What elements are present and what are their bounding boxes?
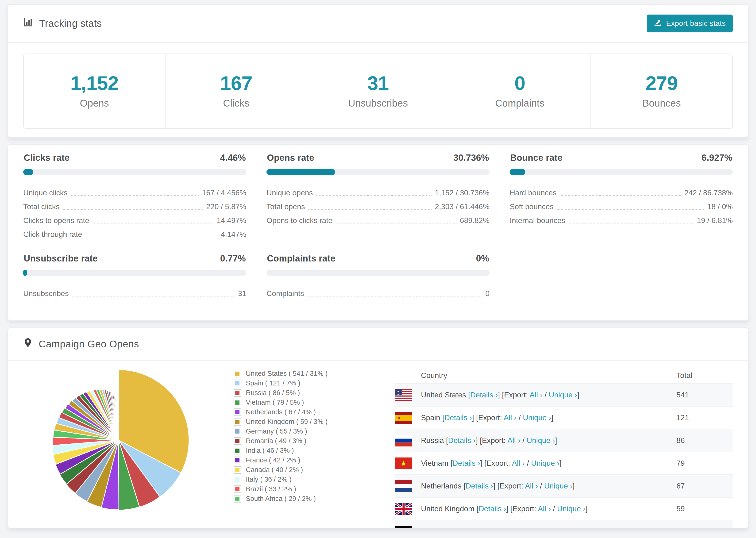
export-all-link[interactable]: All › [512, 459, 525, 467]
flag-de-icon [395, 526, 412, 529]
stat-value-complaints: 0 [514, 73, 525, 93]
export-all-link[interactable]: All › [529, 391, 542, 399]
bracket: [ [466, 391, 470, 399]
legend-item-south-africa[interactable]: South Africa ( 29 / 2% ) [234, 494, 395, 504]
legend-item-germany[interactable]: Germany ( 55 / 3% ) [234, 426, 395, 436]
country-name: Vietnam [421, 459, 449, 467]
bracket: ] [551, 413, 553, 422]
bracket: ] [560, 459, 562, 467]
bracket: [ [461, 482, 466, 490]
rate-title: Complaints rate [267, 253, 336, 264]
legend-item-italy[interactable]: Italy ( 36 / 2% ) [234, 475, 395, 484]
export-unique-link[interactable]: Unique › [531, 459, 560, 467]
dotted-leader [85, 237, 218, 237]
progress-bar-fill [510, 169, 525, 175]
rate-row: Unsubscribes31 [23, 285, 246, 298]
dotted-leader [71, 195, 199, 196]
legend-item-russia[interactable]: Russia ( 86 / 5% ) [234, 388, 395, 398]
stat-label-opens: Opens [80, 98, 109, 109]
export-unique-link[interactable]: Unique › [527, 436, 555, 445]
legend-item-canada[interactable]: Canada ( 40 / 2% ) [234, 465, 395, 475]
rate-row: Click through rate4.147% [23, 226, 246, 240]
geo-table-row-united-states: United States [Details ›] [Export: All ›… [395, 383, 733, 406]
progress-bar [510, 169, 733, 175]
progress-bar-fill [266, 169, 335, 175]
geo-table-row-netherlands: Netherlands [Details ›] [Export: All › /… [395, 474, 733, 497]
export-all-link[interactable]: All › [525, 482, 538, 490]
legend-swatch-icon [234, 408, 241, 416]
rate-head: Clicks rate4.46% [23, 153, 246, 163]
geo-country-cell: Russia [Details ›] [Export: All › / Uniq… [421, 436, 676, 445]
dotted-leader [307, 296, 482, 296]
rate-row-value: 689.82% [460, 216, 490, 226]
legend-item-brazil[interactable]: Brazil ( 33 / 2% ) [234, 484, 395, 494]
rate-row-value: 4.147% [221, 230, 246, 240]
geo-country-cell: United States [Details ›] [Export: All ›… [421, 391, 676, 399]
stat-cell-bounces: 279 Bounces [590, 54, 732, 128]
legend-item-united-states[interactable]: United States ( 541 / 31% ) [234, 369, 395, 378]
geo-total-cell: 541 [676, 391, 733, 399]
rate-row-label: Internal bounces [510, 216, 566, 226]
rate-row: Hard bounces242 / 86.738% [510, 184, 733, 198]
rate-head: Bounce rate6.927% [510, 153, 733, 163]
bracket: ] [577, 391, 579, 399]
export-button-label: Export basic stats [666, 19, 726, 28]
rate-head: Complaints rate0% [266, 253, 490, 264]
export-all-link[interactable]: All › [504, 413, 516, 422]
rate-row: Soft bounces18 / 0% [510, 198, 733, 212]
export-unique-link[interactable]: Unique › [523, 413, 551, 422]
export-unique-link[interactable]: Unique › [544, 482, 573, 490]
legend-label: United Kingdom ( 59 / 3% ) [246, 418, 328, 426]
rate-block-opens-rate: Opens rate30.736%Unique opens1,152 / 30.… [266, 153, 490, 240]
legend-label: India ( 46 / 3% ) [246, 447, 294, 455]
details-link[interactable]: Details › [445, 413, 472, 422]
stat-cell-opens: 1,152 Opens [24, 54, 165, 128]
details-link[interactable]: Details › [465, 482, 493, 490]
pie-slice-other[interactable] [118, 403, 119, 440]
rate-row: Clicks to opens rate14.497% [23, 212, 246, 226]
bracket: / [525, 459, 531, 467]
legend-item-united-kingdom[interactable]: United Kingdom ( 59 / 3% ) [234, 417, 395, 426]
export-unique-link[interactable]: Unique › [549, 391, 577, 399]
dotted-leader [72, 296, 235, 296]
bracket: / [516, 413, 523, 422]
geo-table: Country Total United States [Details ›] … [395, 367, 733, 528]
stat-value-bounces: 279 [645, 73, 677, 93]
export-all-link[interactable]: All › [507, 436, 520, 445]
geo-total-cell: 121 [676, 413, 733, 422]
flag-es-icon [395, 412, 412, 424]
export-basic-stats-button[interactable]: Export basic stats [647, 15, 733, 32]
details-link[interactable]: Details › [453, 459, 480, 467]
legend-item-netherlands[interactable]: Netherlands ( 67 / 4% ) [234, 407, 395, 417]
stat-cell-clicks: 167 Clicks [165, 54, 307, 128]
legend-label: Germany ( 55 / 3% ) [246, 427, 307, 435]
bracket: ] [Export: [476, 436, 507, 445]
legend-swatch-icon [234, 399, 241, 406]
rate-title: Clicks rate [24, 153, 70, 163]
geo-table-row-spain: Spain [Details ›] [Export: All › / Uniqu… [395, 406, 733, 429]
legend-item-vietnam[interactable]: Vietnam ( 79 / 5% ) [234, 398, 395, 407]
rate-block-bounce-rate: Bounce rate6.927%Hard bounces242 / 86.73… [510, 153, 733, 240]
rate-row: Internal bounces19 / 6.81% [510, 212, 733, 226]
progress-bar [23, 270, 246, 276]
dotted-leader [92, 223, 213, 224]
details-link[interactable]: Details › [470, 391, 498, 399]
export-unique-link[interactable]: Unique › [557, 505, 585, 513]
rate-block-complaints-rate: Complaints rate0%Complaints0 [266, 253, 490, 298]
legend-item-france[interactable]: France ( 42 / 2% ) [234, 456, 395, 465]
country-name: Spain [421, 413, 440, 422]
rate-row-value: 31 [238, 289, 246, 298]
legend-item-spain[interactable]: Spain ( 121 / 7% ) [234, 378, 395, 388]
legend-item-india[interactable]: India ( 46 / 3% ) [234, 446, 395, 456]
details-link[interactable]: Details › [478, 505, 506, 513]
export-all-link[interactable]: All › [538, 505, 551, 513]
legend-swatch-icon [234, 428, 241, 435]
flag-ru-icon [395, 435, 412, 447]
stats-wrap: 1,152 Opens 167 Clicks 31 Unsubscribes 0… [8, 43, 748, 138]
rate-row-value: 242 / 86.738% [684, 188, 733, 198]
rate-row-label: Unique opens [266, 188, 313, 198]
legend-item-romania[interactable]: Romania ( 49 / 3% ) [234, 436, 395, 446]
rate-value: 4.46% [220, 153, 246, 163]
tracking-stats-title: Tracking stats [23, 17, 102, 29]
details-link[interactable]: Details › [448, 436, 476, 445]
